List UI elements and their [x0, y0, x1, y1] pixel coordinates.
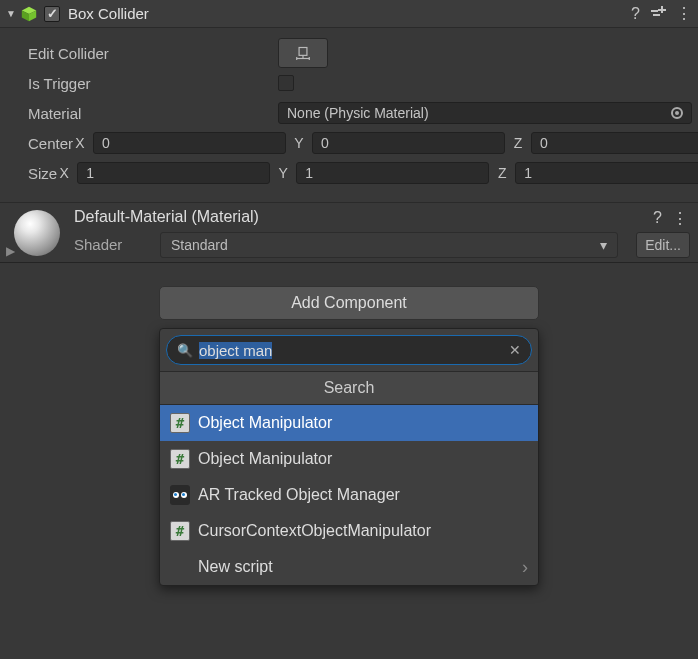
enable-component-checkbox[interactable] [44, 6, 60, 22]
component-result-label: Object Manipulator [198, 450, 332, 468]
is-trigger-checkbox[interactable] [278, 75, 294, 91]
box-collider-header: ▼ Box Collider ? ⋮ [0, 0, 698, 28]
size-z-input[interactable] [515, 162, 698, 184]
search-icon: 🔍 [177, 343, 193, 358]
add-component-button[interactable]: Add Component [159, 286, 539, 320]
component-result-item[interactable]: #CursorContextObjectManipulator [160, 513, 538, 549]
help-icon[interactable]: ? [653, 209, 662, 228]
shader-dropdown[interactable]: Standard ▾ [160, 232, 618, 258]
center-y-input[interactable] [312, 132, 505, 154]
new-script-item[interactable]: New script › [160, 549, 538, 585]
context-menu-icon[interactable]: ⋮ [672, 209, 688, 228]
ar-icon [170, 485, 190, 505]
physic-material-value: None (Physic Material) [287, 105, 429, 121]
csharp-script-icon: # [170, 521, 190, 541]
size-label: Size [28, 165, 57, 182]
svg-rect-4 [653, 14, 660, 16]
svg-rect-6 [658, 9, 666, 11]
is-trigger-label: Is Trigger [28, 75, 278, 92]
component-result-item[interactable]: AR Tracked Object Manager [160, 477, 538, 513]
axis-y-label: Y [292, 135, 306, 151]
material-title: Default-Material (Material) [74, 208, 690, 226]
help-icon[interactable]: ? [631, 5, 640, 23]
component-search-input[interactable] [199, 342, 503, 359]
material-header: Default-Material (Material) Shader Stand… [0, 202, 698, 262]
clear-search-icon[interactable]: ✕ [509, 342, 521, 358]
component-result-item[interactable]: #Object Manipulator [160, 405, 538, 441]
size-x-input[interactable] [77, 162, 270, 184]
component-result-item[interactable]: #Object Manipulator [160, 441, 538, 477]
chevron-right-icon: › [522, 557, 528, 578]
edit-collider-button[interactable] [278, 38, 328, 68]
component-title: Box Collider [68, 5, 631, 22]
search-box: 🔍 ✕ [166, 335, 532, 365]
axis-y-label: Y [276, 165, 290, 181]
axis-z-label: Z [495, 165, 509, 181]
expand-material-icon[interactable]: ▶ [6, 244, 15, 258]
material-label: Material [28, 105, 278, 122]
size-y-input[interactable] [296, 162, 489, 184]
component-result-label: CursorContextObjectManipulator [198, 522, 431, 540]
physic-material-field[interactable]: None (Physic Material) [278, 102, 692, 124]
add-component-dropdown: 🔍 ✕ Search #Object Manipulator#Object Ma… [159, 328, 539, 586]
csharp-script-icon: # [170, 449, 190, 469]
foldout-toggle[interactable]: ▼ [6, 8, 20, 19]
component-result-label: AR Tracked Object Manager [198, 486, 400, 504]
svg-rect-7 [299, 48, 307, 56]
axis-x-label: X [57, 165, 71, 181]
shader-value: Standard [171, 237, 228, 253]
new-script-label: New script [170, 558, 273, 576]
box-collider-body: Edit Collider Is Trigger Material None (… [0, 28, 698, 202]
material-preview-sphere [14, 210, 60, 256]
context-menu-icon[interactable]: ⋮ [676, 4, 692, 23]
axis-z-label: Z [511, 135, 525, 151]
edit-collider-label: Edit Collider [28, 45, 278, 62]
shader-label: Shader [74, 236, 150, 253]
center-x-input[interactable] [93, 132, 286, 154]
component-result-label: Object Manipulator [198, 414, 332, 432]
svg-rect-3 [651, 10, 658, 12]
divider [0, 262, 698, 280]
center-z-input[interactable] [531, 132, 698, 154]
dropdown-list: #Object Manipulator#Object ManipulatorAR… [160, 405, 538, 549]
add-component-zone: Add Component 🔍 ✕ Search #Object Manipul… [0, 280, 698, 586]
component-cube-icon [20, 5, 38, 23]
chevron-down-icon: ▾ [600, 237, 607, 253]
csharp-script-icon: # [170, 413, 190, 433]
material-edit-button[interactable]: Edit... [636, 232, 690, 258]
preset-icon[interactable] [650, 4, 666, 24]
object-picker-icon[interactable] [671, 107, 683, 119]
dropdown-header: Search [160, 371, 538, 405]
center-label: Center [28, 135, 73, 152]
axis-x-label: X [73, 135, 87, 151]
